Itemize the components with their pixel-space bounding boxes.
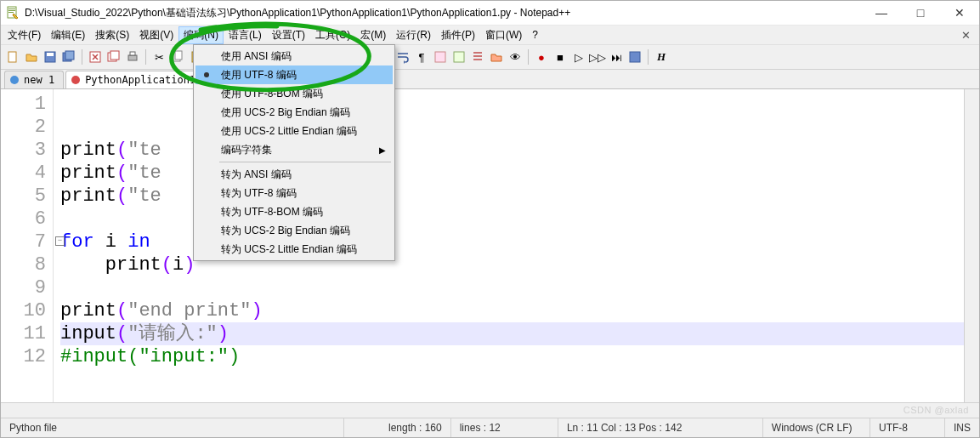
save-icon[interactable] [42, 48, 59, 65]
folder-icon[interactable] [488, 48, 505, 65]
svg-rect-2 [8, 10, 15, 11]
statusbar: Python file length : 160 lines : 12 Ln :… [1, 418, 979, 437]
editor-area: 123456789101112 print("teprint("teprint(… [1, 89, 979, 402]
svg-rect-13 [130, 52, 135, 55]
encoding-menu-item[interactable]: 转为 UTF-8-BOM 编码 [195, 202, 393, 221]
svg-rect-12 [128, 55, 137, 60]
code-line[interactable]: input("请输入:") [60, 322, 964, 345]
maximize-button[interactable]: □ [901, 1, 940, 25]
svg-rect-27 [454, 52, 464, 62]
menu-编码n[interactable]: 编码(N) [178, 26, 224, 44]
fold-toggle-icon[interactable]: − [55, 236, 65, 246]
svg-rect-8 [65, 51, 74, 60]
app-window: D:\Visual_Studio_2022\Python\基础语法练习\Pyth… [0, 0, 980, 438]
show-all-chars-icon[interactable]: ¶ [413, 48, 430, 65]
encoding-dropdown: 使用 ANSI 编码使用 UTF-8 编码使用 UTF-8-BOM 编码使用 U… [193, 44, 395, 261]
close-all-icon[interactable] [105, 48, 122, 65]
encoding-menu-item[interactable]: 使用 UCS-2 Big Endian 编码 [195, 103, 393, 122]
encoding-menu-item[interactable]: 使用 UTF-8-BOM 编码 [195, 84, 393, 103]
tabbar: new 1PythonApplication1.py [1, 70, 979, 89]
svg-rect-3 [8, 12, 14, 13]
menu-设置t[interactable]: 设置(T) [267, 26, 310, 44]
file-tab[interactable]: new 1 [4, 71, 64, 88]
status-eol: Windows (CR LF) [763, 418, 870, 437]
menu-工具o[interactable]: 工具(O) [310, 26, 355, 44]
copy-icon[interactable] [169, 48, 186, 65]
svg-rect-28 [630, 52, 640, 62]
menu-语言l[interactable]: 语言(L) [224, 26, 267, 44]
app-icon [6, 6, 20, 20]
status-lines: lines : 12 [451, 418, 558, 437]
code-line[interactable] [60, 276, 964, 299]
menu-item-label: 转为 ANSI 编码 [221, 168, 292, 182]
menu-运行r[interactable]: 运行(R) [391, 26, 436, 44]
menu-编辑e[interactable]: 编辑(E) [46, 26, 90, 44]
close-file-icon[interactable] [87, 48, 104, 65]
stop-icon[interactable]: ■ [552, 48, 569, 65]
monitor-icon[interactable]: 👁 [507, 48, 524, 65]
menu-item-label: 编码字符集 [221, 143, 272, 157]
titlebar: D:\Visual_Studio_2022\Python\基础语法练习\Pyth… [1, 1, 979, 26]
tab-status-dot [71, 76, 80, 84]
cut-icon[interactable]: ✂ [150, 48, 167, 65]
menubar: 文件(F)编辑(E)搜索(S)视图(V)编码(N)语言(L)设置(T)工具(O)… [1, 26, 979, 45]
horizontal-scrollbar[interactable] [1, 402, 979, 418]
save-all-icon[interactable] [60, 48, 77, 65]
tab-status-dot [10, 76, 19, 84]
status-language: Python file [1, 418, 344, 437]
encoding-menu-item[interactable]: 编码字符集▶ [195, 140, 393, 159]
record-icon[interactable]: ● [533, 48, 550, 65]
radio-bullet-icon [204, 72, 209, 77]
new-file-icon[interactable] [4, 48, 21, 65]
menu-item-label: 使用 UCS-2 Big Endian 编码 [221, 105, 350, 120]
menu-搜索s[interactable]: 搜索(S) [90, 26, 134, 44]
play-multi-icon[interactable]: ▷▷ [589, 48, 606, 65]
encoding-menu-item[interactable]: 转为 UCS-2 Little Endian 编码 [195, 240, 393, 259]
menu-?[interactable]: ? [527, 27, 543, 43]
submenu-arrow-icon: ▶ [379, 145, 386, 155]
menu-item-label: 使用 ANSI 编码 [221, 49, 292, 64]
code-line[interactable]: #input("input:") [60, 345, 964, 368]
print-icon[interactable] [124, 48, 141, 65]
encoding-menu-item[interactable]: 使用 UCS-2 Little Endian 编码 [195, 122, 393, 140]
vertical-scrollbar[interactable] [964, 89, 979, 402]
save-macro-icon[interactable] [626, 48, 643, 65]
wordwrap-icon[interactable] [394, 48, 411, 65]
menu-separator [219, 162, 391, 162]
encoding-menu-item[interactable]: 使用 UTF-8 编码 [195, 65, 393, 84]
svg-rect-11 [110, 51, 119, 60]
menu-窗口w[interactable]: 窗口(W) [480, 26, 527, 44]
menu-item-label: 转为 UCS-2 Little Endian 编码 [221, 242, 357, 257]
menu-item-label: 转为 UTF-8 编码 [221, 186, 297, 201]
svg-rect-6 [47, 53, 54, 56]
status-ins: INS [945, 418, 979, 437]
status-position: Ln : 11 Col : 13 Pos : 142 [558, 418, 763, 437]
svg-rect-4 [8, 52, 16, 62]
open-file-icon[interactable] [23, 48, 40, 65]
bold-h-icon[interactable]: H [653, 48, 670, 65]
func-list-icon[interactable] [469, 48, 486, 65]
menu-item-label: 使用 UTF-8 编码 [221, 68, 297, 82]
tab-label: new 1 [24, 74, 54, 86]
indent-guide-icon[interactable] [432, 48, 449, 65]
menu-item-label: 转为 UCS-2 Big Endian 编码 [221, 224, 350, 238]
menu-item-label: 转为 UTF-8-BOM 编码 [221, 205, 323, 219]
code-view[interactable]: print("teprint("teprint("te for i in − p… [54, 89, 964, 402]
play-icon[interactable]: ▷ [570, 48, 587, 65]
encoding-menu-item[interactable]: 使用 ANSI 编码 [195, 47, 393, 65]
menu-宏m[interactable]: 宏(M) [355, 26, 391, 44]
fast-fwd-icon[interactable]: ⏭ [608, 48, 625, 65]
minimize-button[interactable]: — [862, 1, 901, 25]
menu-插件p[interactable]: 插件(P) [436, 26, 480, 44]
menu-文件f[interactable]: 文件(F) [3, 26, 46, 44]
encoding-menu-item[interactable]: 转为 ANSI 编码 [195, 165, 393, 184]
close-button[interactable]: ✕ [940, 1, 979, 25]
lang-icon[interactable] [450, 48, 467, 65]
menubar-close-icon[interactable]: ✕ [955, 29, 977, 42]
menu-视图v[interactable]: 视图(V) [134, 26, 178, 44]
window-controls: — □ ✕ [862, 1, 979, 25]
encoding-menu-item[interactable]: 转为 UTF-8 编码 [195, 184, 393, 202]
encoding-menu-item[interactable]: 转为 UCS-2 Big Endian 编码 [195, 221, 393, 240]
code-line[interactable]: print("end print") [60, 299, 964, 322]
status-encoding: UTF-8 [870, 418, 945, 437]
